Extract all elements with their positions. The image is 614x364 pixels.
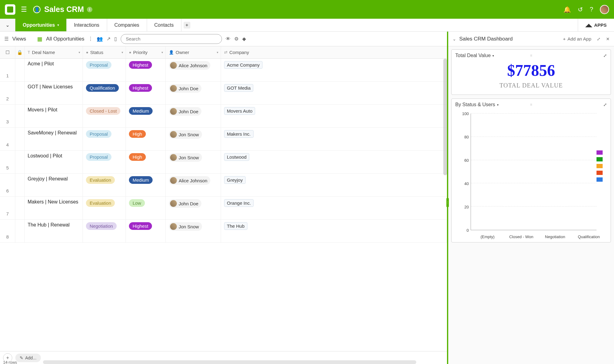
cell-deal-name[interactable]: Acme | Pilot (25, 59, 83, 81)
tab-dropdown-toggle[interactable]: ⌄ (0, 19, 15, 31)
tab-opportunities[interactable]: Opportunities▾ (15, 19, 67, 31)
cell-company[interactable]: Greyjoy (221, 174, 447, 196)
tab-companies[interactable]: Companies (107, 19, 147, 31)
select-all-checkbox[interactable]: ☐ (0, 46, 15, 58)
expand-panel-icon[interactable]: ⤢ (597, 37, 600, 41)
cell-company[interactable]: Movers Auto (221, 105, 447, 127)
help-icon[interactable]: ? (590, 6, 593, 13)
add-app-button[interactable]: +Add an App (563, 36, 591, 41)
search-input[interactable] (126, 36, 217, 41)
cell-priority[interactable]: Medium (126, 174, 166, 196)
cell-company[interactable]: Lostwood (221, 151, 447, 173)
cell-company[interactable]: The Hub (221, 220, 447, 242)
cell-owner[interactable]: Alice Johnson (166, 59, 221, 81)
cell-deal-name[interactable]: Greyjoy | Renewal (25, 174, 83, 196)
cell-deal-name[interactable]: GOT | New Licenses (25, 82, 83, 104)
cell-priority[interactable]: Highest (126, 220, 166, 242)
add-tab-button[interactable]: + (184, 22, 190, 29)
menu-icon[interactable]: ☰ (21, 6, 27, 14)
cell-status[interactable]: Closed - Lost (83, 105, 126, 127)
tab-contacts[interactable]: Contacts (147, 19, 181, 31)
table-row[interactable]: 6Greyjoy | RenewalEvaluationMediumAlice … (0, 174, 447, 197)
paint-icon[interactable]: ◆ (242, 36, 246, 42)
split-handle[interactable] (446, 198, 449, 207)
cell-owner[interactable]: Jon Snow (166, 220, 221, 242)
col-status[interactable]: ●Status▾ (83, 46, 126, 58)
cell-owner[interactable]: John Doe (166, 197, 221, 219)
cell-status[interactable]: Negotiation (83, 220, 126, 242)
cell-priority[interactable]: Medium (126, 105, 166, 127)
owner-avatar (170, 85, 177, 92)
cell-company[interactable]: Acme Company (221, 59, 447, 81)
expand-card-icon[interactable]: ⤢ (603, 102, 607, 107)
cell-deal-name[interactable]: Movers | Pilot (25, 105, 83, 127)
cell-status[interactable]: Proposal (83, 128, 126, 150)
table-row[interactable]: 7Makers | New LicensesEvaluationLowJohn … (0, 197, 447, 220)
col-owner[interactable]: 👤Owner▾ (166, 46, 221, 58)
cell-priority[interactable]: Highest (126, 82, 166, 104)
close-panel-icon[interactable]: ✕ (606, 37, 610, 41)
vertical-scrollbar[interactable] (443, 59, 447, 175)
share-users-icon[interactable]: 👥 (97, 36, 103, 42)
expand-card-icon[interactable]: ⤢ (603, 53, 607, 58)
cell-owner[interactable]: Jon Snow (166, 128, 221, 150)
cell-status[interactable]: Qualification (83, 82, 126, 104)
info-icon[interactable]: i (87, 7, 92, 12)
export-icon[interactable]: ↗ (107, 36, 111, 42)
table-row[interactable]: 8The Hub | RenewalNegotiationHighestJon … (0, 220, 447, 243)
cell-deal-name[interactable]: The Hub | Renewal (25, 220, 83, 242)
cell-owner[interactable]: John Doe (166, 82, 221, 104)
table-row[interactable]: 4SaveMoney | RenewalProposalHighJon Snow… (0, 128, 447, 151)
chart-title[interactable]: By Status & Users (455, 102, 495, 107)
cell-deal-name[interactable]: Makers | New Licenses (25, 197, 83, 219)
layout-icon[interactable]: ▯ (114, 36, 117, 42)
history-icon[interactable]: ↺ (578, 6, 583, 13)
apps-button[interactable]: ◢◣ APPS (578, 19, 614, 31)
kpi-value: $77856 (452, 61, 611, 79)
col-company[interactable]: ⇄Company (221, 46, 447, 58)
table-row[interactable]: 3Movers | PilotClosed - LostMediumJohn D… (0, 105, 447, 128)
add-menu-button[interactable]: ✎ Add... (15, 354, 41, 362)
chevron-down-icon[interactable]: ▾ (492, 54, 494, 57)
views-label[interactable]: Views (12, 36, 26, 42)
col-priority[interactable]: ●Priority▾ (126, 46, 166, 58)
cell-deal-name[interactable]: SaveMoney | Renewal (25, 128, 83, 150)
horizontal-scrollbar[interactable] (43, 360, 416, 364)
collapse-panel-icon[interactable]: ⌄ (453, 37, 456, 41)
workspace-icon[interactable]: 👤 (33, 6, 41, 13)
cell-priority[interactable]: High (126, 151, 166, 173)
tab-interactions[interactable]: Interactions (67, 19, 107, 31)
drag-handle-icon[interactable]: ≡ (530, 103, 532, 107)
filter-icon[interactable]: ⚙ (234, 36, 239, 42)
cell-owner[interactable]: Alice Johnson (166, 174, 221, 196)
cell-company[interactable]: Orange Inc. (221, 197, 447, 219)
visibility-icon[interactable]: 👁 (226, 36, 231, 42)
view-more-icon[interactable]: ⋮ (88, 36, 93, 42)
cell-priority[interactable]: Highest (126, 59, 166, 81)
cell-status[interactable]: Proposal (83, 59, 126, 81)
cell-status[interactable]: Evaluation (83, 174, 126, 196)
app-logo[interactable] (5, 4, 15, 15)
col-deal-name[interactable]: TDeal Name▾ (25, 46, 83, 58)
drag-handle-icon[interactable]: ≡ (530, 53, 532, 58)
table-row[interactable]: 1Acme | PilotProposalHighestAlice Johnso… (0, 59, 447, 82)
cell-priority[interactable]: High (126, 128, 166, 150)
cell-owner[interactable]: Jon Snow (166, 151, 221, 173)
chevron-down-icon[interactable]: ▾ (497, 103, 499, 106)
user-avatar[interactable] (600, 5, 609, 14)
cell-deal-name[interactable]: Lostwood | Pilot (25, 151, 83, 173)
notifications-icon[interactable]: 🔔 (563, 6, 571, 13)
kpi-title[interactable]: Total Deal Value (455, 53, 491, 58)
cell-status[interactable]: Evaluation (83, 197, 126, 219)
view-name[interactable]: All Opportunities (46, 36, 84, 42)
table-row[interactable]: 5Lostwood | PilotProposalHighJon SnowLos… (0, 151, 447, 174)
cell-owner[interactable]: John Doe (166, 105, 221, 127)
cell-company[interactable]: GOT Media (221, 82, 447, 104)
search-input-wrapper[interactable] (121, 34, 222, 44)
table-row[interactable]: 2GOT | New LicensesQualificationHighestJ… (0, 82, 447, 105)
cell-status[interactable]: Proposal (83, 151, 126, 173)
views-menu-icon[interactable]: ☰ (4, 36, 9, 42)
cell-company[interactable]: Makers Inc. (221, 128, 447, 150)
cell-priority[interactable]: Low (126, 197, 166, 219)
owner-avatar (170, 108, 177, 115)
